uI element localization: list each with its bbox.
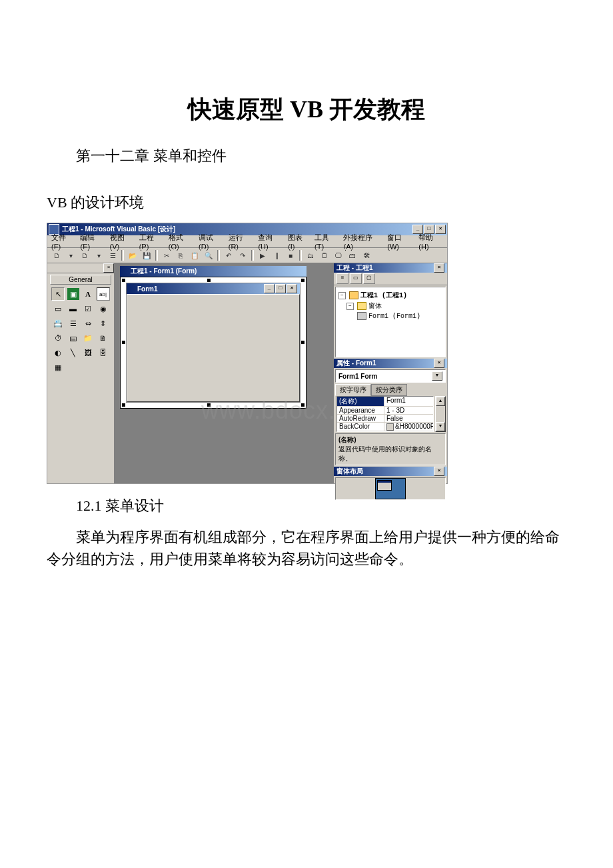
tb-add-form-icon[interactable]: 🗋 [78, 249, 91, 262]
layout-form-icon[interactable] [377, 480, 392, 491]
tb-break-icon[interactable]: ‖ [270, 249, 283, 262]
resize-handle[interactable] [122, 403, 125, 407]
tb-open-icon[interactable]: 📂 [126, 249, 139, 262]
menu-debug[interactable]: 调试(D) [199, 233, 223, 251]
menu-file[interactable]: 文件(F) [51, 233, 75, 251]
tb-start-icon[interactable]: ▶ [256, 249, 269, 262]
tb-undo-icon[interactable]: ↶ [222, 249, 235, 262]
tool-shape-icon[interactable]: ◐ [51, 346, 65, 359]
tb-object-browser-icon[interactable]: 🗃 [346, 249, 359, 262]
tb-dropdown2-icon[interactable]: ▾ [92, 249, 105, 262]
tool-line-icon[interactable]: ╲ [67, 346, 80, 359]
tb-paste-icon[interactable]: 📋 [188, 249, 201, 262]
tab-categorized[interactable]: 按分类序 [371, 384, 407, 396]
resize-handle[interactable] [301, 341, 305, 344]
menu-window[interactable]: 窗口(W) [387, 233, 413, 251]
toolbox-close-button[interactable]: × [103, 263, 114, 273]
tool-pointer-icon[interactable]: ↖ [51, 287, 65, 301]
tool-optionbutton-icon[interactable]: ◉ [97, 302, 110, 315]
toolbox-header[interactable]: General [50, 275, 111, 285]
form1-minimize-button[interactable]: _ [264, 284, 275, 293]
menu-help[interactable]: 帮助(H) [418, 233, 443, 251]
properties-object-combo[interactable]: Form1 Form ▼ [335, 369, 446, 383]
menu-format[interactable]: 格式(O) [169, 233, 193, 251]
menu-edit[interactable]: 编辑(E) [80, 233, 104, 251]
tree-form-node[interactable]: Form1 (Form1) [368, 313, 420, 320]
tool-filelistbox-icon[interactable]: 🗎 [97, 331, 110, 345]
tool-textbox-icon[interactable]: ab| [97, 287, 110, 301]
tb-dropdown-icon[interactable]: ▾ [64, 249, 77, 262]
tb-properties-icon[interactable]: 🗒 [318, 249, 331, 262]
tb-project-explorer-icon[interactable]: 🗂 [304, 249, 317, 262]
tool-combobox-icon[interactable]: 📇 [51, 317, 65, 330]
resize-handle[interactable] [207, 279, 211, 282]
scroll-down-icon[interactable]: ▼ [436, 422, 445, 431]
menu-view[interactable]: 视图(V) [110, 233, 134, 251]
menu-addins[interactable]: 外接程序(A) [343, 233, 382, 251]
property-value[interactable]: Form1 [384, 397, 433, 406]
tree-project-node[interactable]: 工程1 (工程1) [360, 291, 407, 300]
tool-ole-icon[interactable]: ▦ [51, 361, 65, 374]
resize-handle[interactable] [207, 403, 211, 407]
tb-new-project-icon[interactable]: 🗋 [50, 249, 63, 262]
menu-query[interactable]: 查询(U) [258, 233, 283, 251]
layout-screen-icon[interactable] [375, 478, 406, 499]
menu-tools[interactable]: 工具(T) [314, 233, 338, 251]
tb-layout-icon[interactable]: 🖵 [332, 249, 345, 262]
tool-data-icon[interactable]: 🗄 [97, 346, 110, 359]
tool-hscrollbar-icon[interactable]: ⇔ [81, 317, 95, 330]
property-row[interactable]: AutoRedraw False [337, 415, 433, 423]
form1-close-button[interactable]: × [287, 284, 297, 293]
properties-list[interactable]: (名称) Form1 Appearance 1 - 3D AutoRedraw … [336, 396, 434, 432]
resize-handle[interactable] [301, 403, 305, 407]
property-row[interactable]: Appearance 1 - 3D [337, 407, 433, 415]
form1-grid[interactable] [127, 294, 300, 402]
tool-commandbutton-icon[interactable]: ▬ [67, 302, 80, 315]
view-object-icon[interactable]: ▭ [350, 273, 362, 284]
tb-toolbox-icon[interactable]: 🛠 [360, 249, 373, 262]
property-row[interactable]: BackColor &H8000000F& [337, 423, 433, 431]
tree-folder-node[interactable]: 窗体 [368, 301, 382, 311]
tool-vscrollbar-icon[interactable]: ⇕ [97, 317, 110, 330]
menu-project[interactable]: 工程(P) [139, 233, 163, 251]
view-code-icon[interactable]: ≡ [336, 273, 348, 284]
properties-scrollbar[interactable]: ▲ ▼ [435, 396, 446, 432]
tool-label-icon[interactable]: A [81, 287, 95, 301]
tool-image-icon[interactable]: 🖼 [81, 346, 95, 359]
tool-timer-icon[interactable]: ⏱ [51, 331, 65, 345]
tb-save-icon[interactable]: 💾 [140, 249, 153, 262]
tool-listbox-icon[interactable]: ☰ [67, 317, 80, 330]
tb-find-icon[interactable]: 🔍 [202, 249, 215, 262]
resize-handle[interactable] [122, 279, 125, 282]
tree-collapse-icon[interactable]: − [338, 292, 346, 299]
tool-dirlistbox-icon[interactable]: 📁 [81, 331, 95, 345]
tb-cut-icon[interactable]: ✂ [160, 249, 173, 262]
tb-end-icon[interactable]: ■ [284, 249, 297, 262]
menu-run[interactable]: 运行(R) [229, 233, 253, 251]
form1-maximize-button[interactable]: □ [275, 284, 286, 293]
tool-checkbox-icon[interactable]: ☑ [81, 302, 95, 315]
form1[interactable]: Form1 _ □ × [126, 283, 301, 403]
property-value[interactable]: 1 - 3D [384, 407, 433, 414]
menu-diagram[interactable]: 图表(I) [288, 233, 309, 251]
property-value[interactable]: False [384, 415, 433, 422]
property-value[interactable]: &H8000000F& [384, 423, 433, 431]
toggle-folders-icon[interactable]: ▢ [363, 273, 375, 284]
tab-alphabetic[interactable]: 按字母序 [335, 384, 371, 396]
tb-menu-editor-icon[interactable]: ☰ [106, 249, 119, 262]
tree-collapse-icon[interactable]: − [346, 303, 354, 310]
tool-picturebox-icon[interactable]: ▣ [67, 287, 80, 301]
tb-redo-icon[interactable]: ↷ [236, 249, 249, 262]
layout-panel-close-button[interactable]: × [434, 467, 444, 476]
tb-copy-icon[interactable]: ⎘ [174, 249, 187, 262]
tool-frame-icon[interactable]: ▭ [51, 302, 65, 315]
tool-drivelistbox-icon[interactable]: 🖴 [67, 331, 80, 345]
properties-panel-close-button[interactable]: × [434, 359, 444, 368]
property-row[interactable]: (名称) Form1 [337, 397, 433, 407]
combo-dropdown-icon[interactable]: ▼ [432, 371, 442, 381]
scroll-up-icon[interactable]: ▲ [436, 397, 445, 406]
resize-handle[interactable] [301, 279, 305, 282]
resize-handle[interactable] [122, 341, 125, 344]
project-tree[interactable]: − 工程1 (工程1) − 窗体 Form1 (Form1) [335, 287, 446, 357]
project-panel-close-button[interactable]: × [434, 263, 444, 273]
